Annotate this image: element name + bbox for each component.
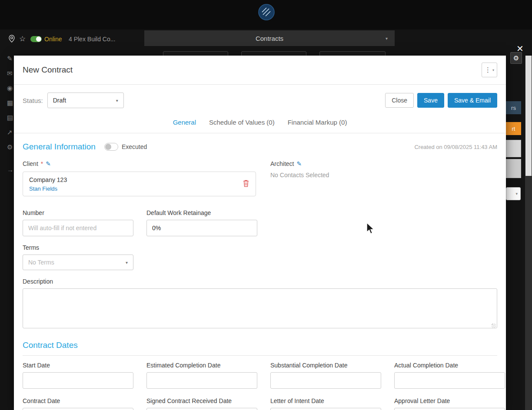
contract-date-input[interactable] (23, 408, 133, 410)
job-name-label: 4 Plex Build Co... (69, 36, 115, 43)
logout-icon[interactable]: → (7, 166, 13, 173)
substantial-completion-date-group: Substantial Completion Date (270, 362, 381, 389)
number-label: Number (23, 209, 133, 216)
status-row: Status: Draft ▾ Close Save Save & Email (14, 85, 506, 116)
contract-dates-header: Contract Dates (14, 341, 506, 356)
messages-icon[interactable]: ✉ (7, 69, 13, 77)
resize-handle[interactable] (492, 324, 496, 328)
substantial-completion-date-input[interactable] (270, 372, 381, 389)
terms-field-group: Terms No Terms ▾ (23, 244, 133, 270)
section-title-contract-dates: Contract Dates (23, 341, 78, 350)
background-export-button[interactable]: rt (506, 122, 521, 135)
close-icon[interactable]: ✕ (516, 43, 524, 54)
signed-contract-received-date-label: Signed Contract Received Date (146, 397, 257, 404)
start-date-input[interactable] (23, 372, 133, 389)
description-group: Description (14, 278, 506, 330)
number-input[interactable] (23, 220, 133, 236)
terms-select[interactable]: No Terms ▾ (23, 255, 133, 270)
client-card: Company 123 Stan Fields (23, 172, 256, 196)
chevron-down-icon: ▾ (116, 98, 118, 103)
section-title-general-information: General Information (23, 142, 96, 152)
approval-letter-date-label: Approval Letter Date (394, 397, 505, 404)
page-scrollbar-thumb[interactable] (525, 56, 532, 176)
dates-row-1: Start Date Estimated Completion Date Sub… (14, 362, 506, 389)
estimated-completion-date-group: Estimated Completion Date (146, 362, 257, 389)
background-panel-1 (506, 140, 521, 157)
tab-schedule-of-values[interactable]: Schedule of Values (0) (209, 119, 275, 126)
background-mini-dropdown[interactable]: ▾ (506, 187, 521, 200)
section-dropdown[interactable]: Contracts ▾ (144, 30, 395, 46)
general-information-header: General Information Executed Created on … (14, 133, 506, 157)
chevron-down-icon: ▾ (126, 260, 128, 265)
executed-toggle[interactable] (104, 143, 118, 151)
background-filters-button[interactable]: rs (506, 101, 521, 114)
favorite-star-icon[interactable]: ☆ (19, 34, 26, 43)
chevron-down-icon: ▾ (386, 36, 388, 41)
reports-icon[interactable]: ↗ (7, 129, 13, 136)
number-field-group: Number (23, 209, 133, 236)
estimated-completion-date-input[interactable] (146, 372, 257, 389)
delete-client-icon[interactable] (243, 179, 249, 188)
client-architect-columns: Client * ✎ Company 123 Stan Fields (14, 157, 506, 196)
online-toggle[interactable] (30, 36, 42, 42)
dates-row-2: Contract Date Signed Contract Received D… (14, 397, 506, 410)
executed-label: Executed (122, 143, 147, 150)
description-label: Description (23, 278, 497, 285)
signed-contract-received-date-group: Signed Contract Received Date (146, 397, 257, 410)
chevron-down-icon: ▾ (515, 192, 518, 196)
modal-tabs: General Schedule of Values (0) Financial… (14, 116, 506, 133)
settings-icon[interactable]: ⚙ (7, 143, 13, 151)
client-company-name: Company 123 (29, 176, 67, 183)
description-textarea[interactable] (23, 288, 497, 328)
page-scrollbar-track (525, 56, 532, 410)
architect-label-row: Architect ✎ (270, 160, 497, 167)
retainage-field-group: Default Work Retainage (146, 209, 257, 236)
kebab-icon: ⋮ (485, 66, 491, 74)
top-bar (0, 0, 532, 30)
edit-client-icon[interactable]: ✎ (46, 160, 51, 167)
required-asterisk: * (41, 160, 43, 167)
close-button[interactable]: Close (385, 93, 414, 108)
architect-empty-state: No Contacts Selected (270, 172, 497, 179)
tab-general[interactable]: General (173, 119, 196, 126)
terms-row: Terms No Terms ▾ (14, 244, 506, 270)
letter-of-intent-date-group: Letter of Intent Date (270, 397, 381, 410)
number-retainage-row: Number Default Work Retainage (14, 209, 506, 236)
client-contact-link[interactable]: Stan Fields (29, 185, 67, 192)
actual-completion-date-group: Actual Completion Date (394, 362, 505, 389)
retainage-input[interactable] (146, 220, 257, 236)
save-button[interactable]: Save (417, 93, 444, 108)
gear-icon[interactable]: ⚙ (510, 52, 522, 64)
chevron-down-icon: ▾ (492, 68, 494, 72)
background-panel-2 (506, 159, 521, 178)
client-column: Client * ✎ Company 123 Stan Fields (23, 157, 256, 196)
letter-of-intent-date-label: Letter of Intent Date (270, 397, 381, 404)
terms-label: Terms (23, 244, 133, 251)
created-on-label: Created on 09/08/2025 11:43 AM (414, 144, 497, 150)
architect-label: Architect (270, 160, 294, 167)
client-card-text: Company 123 Stan Fields (29, 176, 67, 192)
edit-architect-icon[interactable]: ✎ (296, 160, 302, 167)
architect-column: Architect ✎ No Contacts Selected (270, 157, 497, 196)
contacts-icon[interactable]: ◉ (7, 84, 13, 92)
brand-logo-icon[interactable] (258, 4, 275, 20)
status-select[interactable]: Draft ▾ (47, 93, 124, 108)
save-and-email-button[interactable]: Save & Email (448, 93, 497, 108)
jobs-icon[interactable]: ✎ (7, 55, 13, 63)
actual-completion-date-input[interactable] (394, 372, 505, 389)
approval-letter-date-input[interactable] (394, 408, 505, 410)
letter-of-intent-date-input[interactable] (270, 408, 381, 410)
modal-header: New Contract ⋮ ▾ (14, 56, 506, 84)
more-options-button[interactable]: ⋮ ▾ (482, 63, 497, 77)
retainage-label: Default Work Retainage (146, 209, 257, 216)
online-status-label: Online (44, 36, 62, 43)
clients-icon[interactable]: ▤ (7, 114, 13, 122)
tab-financial-markup[interactable]: Financial Markup (0) (288, 119, 347, 126)
client-label: Client (23, 160, 38, 167)
status-label: Status: (23, 97, 43, 104)
client-label-row: Client * ✎ (23, 160, 256, 167)
signed-contract-received-date-input[interactable] (146, 408, 257, 410)
start-date-label: Start Date (23, 362, 133, 369)
modal-title: New Contract (23, 65, 73, 75)
calendar-icon[interactable]: ▦ (7, 99, 13, 107)
